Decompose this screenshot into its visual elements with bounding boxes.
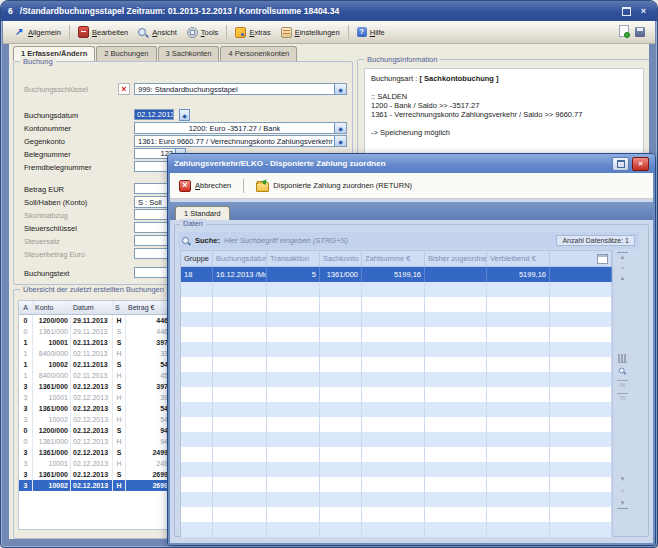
search-bar[interactable]: Suche: Hier Suchbegriff eingeben (STRG+S… [178, 232, 639, 249]
dropdown-arrow-icon[interactable]: ◆ [334, 84, 346, 94]
menu-item-label: Einstellungen [295, 28, 340, 37]
menu-item-einstellungen[interactable]: Einstellungen [276, 25, 345, 40]
payment-row-selected[interactable]: 1816.12.2013 /Mo51361/0005199,165199,16 [181, 267, 612, 282]
payment-row-empty[interactable] [181, 387, 612, 402]
menu-item-tools[interactable]: Tools [182, 25, 224, 40]
payment-row-empty[interactable] [181, 327, 612, 342]
payment-row-empty[interactable] [181, 417, 612, 432]
payment-row-empty[interactable] [181, 462, 612, 477]
payment-cell [213, 342, 267, 357]
dialog-minimize-icon[interactable] [612, 157, 629, 171]
payment-cell [267, 402, 320, 417]
page-up-icon[interactable]: ▲ [617, 274, 628, 283]
payment-row-empty[interactable] [181, 312, 612, 327]
field-input-1[interactable]: 02.12.2013 [134, 109, 174, 120]
payment-cell [487, 477, 550, 492]
cancel-button[interactable]: Abbrechen [175, 178, 235, 194]
search-icon [182, 236, 191, 245]
table-search-icon[interactable] [617, 366, 628, 375]
dialog-titlebar[interactable]: Zahlungsverkehr/ELKO - Disponierte Zahlu… [168, 154, 655, 173]
dropdown-arrow-icon[interactable]: ◆ [334, 136, 346, 146]
menu-item-extras[interactable]: Extras [230, 25, 275, 40]
window-copy-icon[interactable] [597, 254, 608, 264]
goto-record-70-icon[interactable]: 70 [617, 393, 628, 402]
payment-cell [320, 342, 362, 357]
payment-row-empty[interactable] [181, 342, 612, 357]
page-down-icon[interactable]: ▼ [617, 475, 628, 484]
payment-cell [267, 507, 320, 522]
payment-cell [487, 312, 550, 327]
payment-cell [550, 327, 612, 342]
dialog-tab-strip: 1 Standard [170, 202, 653, 220]
field-label: Soll/Haben (Konto) [24, 198, 87, 207]
close-icon[interactable]: × [637, 6, 650, 17]
dialog-close-icon[interactable]: × [632, 157, 649, 171]
field-label: Kontonummer [24, 124, 71, 133]
payment-row-empty[interactable] [181, 477, 612, 492]
payment-cell [550, 312, 612, 327]
field-combo-0[interactable]: 999: Standardbuchungsstapel◆ [134, 83, 347, 95]
combo-value: 1361: Euro 9660.77 / Verrechnungskonto Z… [135, 137, 334, 146]
uebersicht-cell: 54 [126, 359, 171, 370]
field-combo-2[interactable]: 1200: Euro -3517.27 / Bank◆ [134, 122, 347, 134]
payment-row-empty[interactable] [181, 432, 612, 447]
payment-row-empty[interactable] [181, 522, 612, 537]
payment-cell [487, 462, 550, 477]
menu-item-allgemein[interactable]: Allgemein [9, 25, 66, 40]
menu-item-hilfe[interactable]: Hilfe [352, 25, 390, 39]
payment-cell [425, 432, 487, 447]
payment-row-empty[interactable] [181, 297, 612, 312]
goto-record-06-icon[interactable]: 06 [617, 380, 628, 389]
tab-standard[interactable]: 1 Standard [175, 206, 230, 220]
payment-cell [213, 507, 267, 522]
tab-2[interactable]: 2 Buchungen [96, 46, 156, 61]
main-titlebar[interactable]: 6 /Standardbuchungsstapel Zeitraum: 01.2… [1, 1, 657, 21]
scroll-up-icon[interactable]: ▲ [617, 263, 628, 272]
uebersicht-cell: 1361/000 [33, 326, 71, 337]
scroll-bottom-icon[interactable]: ▼ [617, 499, 628, 509]
payment-row-empty[interactable] [181, 507, 612, 522]
uebersicht-cell: 10002 [33, 480, 71, 491]
clear-field-icon[interactable] [118, 83, 130, 95]
tab-3[interactable]: 3 Sachkonten [158, 46, 220, 61]
payment-row-empty[interactable] [181, 282, 612, 297]
window-title: 6 /Standardbuchungsstapel Zeitraum: 01.2… [8, 6, 339, 16]
uebersicht-cell: 02.12.2013 [71, 436, 113, 447]
payment-row-empty[interactable] [181, 492, 612, 507]
field-combo-3[interactable]: 1361: Euro 9660.77 / Verrechnungskonto Z… [134, 135, 347, 147]
settings-icon [281, 27, 292, 38]
scroll-top-icon[interactable]: ▲ [617, 252, 628, 262]
payments-col-header: Sachkonto [320, 251, 362, 266]
spinner-icon[interactable]: ◆ [179, 109, 190, 121]
payment-cell [550, 432, 612, 447]
menu-item-bearbeiten[interactable]: Bearbeiten [73, 24, 133, 40]
field-label: Steuerbetrag Euro [24, 250, 85, 259]
dropdown-arrow-icon[interactable]: ◆ [334, 123, 346, 133]
columns-icon[interactable] [618, 354, 627, 363]
payments-col-header: Buchungsdatum [213, 251, 267, 266]
payment-cell [320, 297, 362, 312]
payment-cell [213, 432, 267, 447]
payment-cell [181, 342, 213, 357]
payment-row-empty[interactable] [181, 447, 612, 462]
payment-cell: 5199,16 [487, 267, 550, 282]
restore-icon[interactable] [620, 6, 633, 17]
tab-4[interactable]: 4 Personenkonten [220, 46, 297, 61]
payment-row-empty[interactable] [181, 357, 612, 372]
uebersicht-cell: 02.11.2013 [71, 337, 113, 348]
new-document-button[interactable] [619, 23, 629, 41]
view-icon [138, 27, 149, 38]
payment-cell [267, 432, 320, 447]
payment-cell [267, 387, 320, 402]
payment-cell [181, 282, 213, 297]
assign-payment-button[interactable]: Disponierte Zahlung zuordnen (RETURN) [252, 177, 416, 194]
uebersicht-cell: 3 [19, 447, 33, 458]
save-button[interactable] [635, 23, 645, 41]
scroll-down-icon[interactable]: ▼ [617, 487, 628, 496]
payment-row-empty[interactable] [181, 372, 612, 387]
payment-cell [550, 417, 612, 432]
payment-cell [181, 417, 213, 432]
payment-cell [425, 297, 487, 312]
payment-row-empty[interactable] [181, 402, 612, 417]
menu-item-ansicht[interactable]: Ansicht [133, 25, 182, 40]
